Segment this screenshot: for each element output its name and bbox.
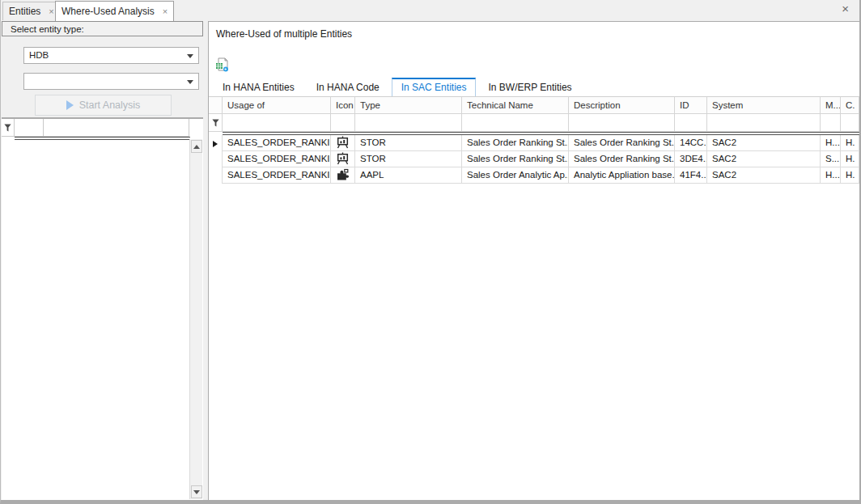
cell-c[interactable]: H. — [841, 167, 859, 184]
column-header-usage-of[interactable]: Usage of — [223, 97, 331, 114]
triangle-down-icon — [193, 490, 200, 494]
filter-indicator-cell — [2, 119, 15, 137]
result-tabstrip: In HANA Entities In HANA Code In SAC Ent… — [213, 78, 584, 97]
cell-technical-name[interactable]: Sales Order Analytic Ap... — [462, 167, 569, 184]
export-to-excel-button[interactable] — [213, 56, 231, 74]
cell-m[interactable]: S... — [821, 151, 841, 167]
tab-in-hana-code[interactable]: In HANA Code — [307, 78, 389, 97]
cell-description[interactable]: Analytic Appliation base... — [569, 167, 675, 184]
cell-description[interactable]: Sales Order Ranking St... — [569, 135, 675, 151]
entity-dropdown[interactable] — [23, 73, 199, 90]
filter-cell[interactable] — [569, 114, 675, 132]
story-icon — [336, 136, 350, 149]
tab-entities-label: Entities — [9, 6, 40, 17]
scroll-up-button[interactable] — [191, 140, 202, 153]
column-header-type[interactable]: Type — [355, 97, 462, 114]
table-row[interactable]: SALES_ORDER_RANKING STOR Sales Order Ran… — [209, 135, 859, 151]
column-header-id[interactable]: ID — [675, 97, 707, 114]
entity-type-dropdown[interactable]: HDB — [23, 47, 199, 64]
column-header-c[interactable]: C. — [841, 97, 859, 114]
filter-cell[interactable] — [675, 114, 707, 132]
filter-cell[interactable] — [821, 114, 841, 132]
start-analysis-label: Start Analysis — [79, 100, 141, 111]
document-tabstrip: Entities × Where-Used Analysis × × — [1, 0, 859, 20]
cell-type[interactable]: STOR — [355, 151, 462, 167]
cell-system[interactable]: SAC2 — [707, 151, 821, 167]
tab-where-used-analysis-label: Where-Used Analysis — [62, 6, 155, 17]
app-window: Entities × Where-Used Analysis × × Selec… — [0, 0, 861, 504]
tab-in-hana-entities[interactable]: In HANA Entities — [213, 78, 304, 97]
table-row[interactable]: SALES_ORDER_RANKING STOR Sales Order Ran… — [209, 151, 859, 167]
where-used-panel: Where-Used of multiple Entities In HANA … — [208, 21, 859, 500]
cell-c[interactable]: H. — [841, 151, 859, 167]
entity-list-grid — [2, 119, 203, 500]
panel-caption: Select entity type: — [2, 21, 203, 36]
scroll-down-button[interactable] — [191, 485, 202, 498]
cell-icon[interactable] — [331, 151, 355, 167]
cell-id[interactable]: 3DE4... — [675, 151, 707, 167]
column-header-system[interactable]: System — [707, 97, 821, 114]
entity-selection-panel: Select entity type: HDB Start Analysis — [2, 21, 203, 500]
column-header-icon[interactable]: Icon — [331, 97, 355, 114]
filter-cell[interactable] — [355, 114, 462, 132]
tab-in-sac-entities[interactable]: In SAC Entities — [392, 78, 477, 97]
cell-id[interactable]: 14CC... — [675, 135, 707, 151]
cell-system[interactable]: SAC2 — [707, 135, 821, 151]
grid-header-row: Usage of Icon Type Technical Name Descri… — [209, 96, 859, 114]
filter-funnel-icon — [211, 118, 220, 128]
entity-list-filter-row — [2, 119, 190, 137]
export-to-excel-icon — [215, 57, 229, 72]
scrollbar[interactable] — [189, 139, 202, 499]
filter-cell[interactable] — [15, 119, 44, 137]
cell-usage-of[interactable]: SALES_ORDER_RANKING — [223, 167, 331, 184]
cell-description[interactable]: Sales Order Ranking St... — [569, 151, 675, 167]
cell-system[interactable]: SAC2 — [707, 167, 821, 184]
row-indicator-cell — [209, 135, 223, 151]
cell-m[interactable]: H... — [821, 135, 841, 151]
cell-icon[interactable] — [331, 167, 355, 184]
filter-cell[interactable] — [841, 114, 859, 132]
row-indicator-cell — [209, 151, 223, 167]
close-icon[interactable]: × — [163, 7, 168, 16]
analytic-application-icon — [336, 168, 350, 181]
close-icon[interactable]: × — [842, 2, 849, 15]
story-icon — [336, 152, 350, 165]
cell-m[interactable]: H... — [821, 167, 841, 184]
cell-c[interactable]: H. — [841, 135, 859, 151]
filter-cell[interactable] — [223, 114, 331, 132]
filter-cell[interactable] — [707, 114, 821, 132]
cell-usage-of[interactable]: SALES_ORDER_RANKING — [223, 135, 331, 151]
tab-where-used-analysis[interactable]: Where-Used Analysis × — [55, 1, 174, 21]
column-header-m[interactable]: M... — [821, 97, 841, 114]
cell-type[interactable]: STOR — [355, 135, 462, 151]
entity-type-value: HDB — [29, 50, 49, 60]
close-icon[interactable]: × — [49, 7, 53, 16]
results-grid: Usage of Icon Type Technical Name Descri… — [209, 96, 859, 184]
filter-funnel-icon — [3, 123, 12, 133]
cell-usage-of[interactable]: SALES_ORDER_RANKING — [223, 151, 331, 167]
start-analysis-button[interactable]: Start Analysis — [35, 95, 172, 116]
column-header-description[interactable]: Description — [569, 97, 675, 114]
table-row[interactable]: SALES_ORDER_RANKING AAPL Sales Order Ana… — [209, 167, 859, 184]
cell-type[interactable]: AAPL — [355, 167, 462, 184]
row-indicator-cell — [209, 167, 223, 184]
chevron-down-icon[interactable] — [187, 80, 193, 84]
tab-entities[interactable]: Entities × — [2, 2, 61, 20]
cell-icon[interactable] — [331, 135, 355, 151]
filter-indicator-cell — [209, 114, 223, 132]
header-indicator-cell — [209, 97, 223, 114]
cell-id[interactable]: 41F4... — [675, 167, 707, 184]
play-icon — [66, 100, 74, 110]
grid-separator — [15, 137, 190, 140]
grid-filter-row — [209, 114, 859, 132]
cell-technical-name[interactable]: Sales Order Ranking St... — [462, 151, 569, 167]
focused-row-arrow-icon — [213, 141, 218, 147]
triangle-up-icon — [193, 145, 200, 149]
filter-cell[interactable] — [462, 114, 569, 132]
filter-cell[interactable] — [331, 114, 355, 132]
column-header-technical-name[interactable]: Technical Name — [462, 97, 569, 114]
filter-cell[interactable] — [44, 119, 189, 137]
tab-in-bw-erp-entities[interactable]: In BW/ERP Entities — [478, 78, 581, 97]
chevron-down-icon[interactable] — [187, 54, 193, 58]
cell-technical-name[interactable]: Sales Order Ranking St... — [462, 135, 569, 151]
